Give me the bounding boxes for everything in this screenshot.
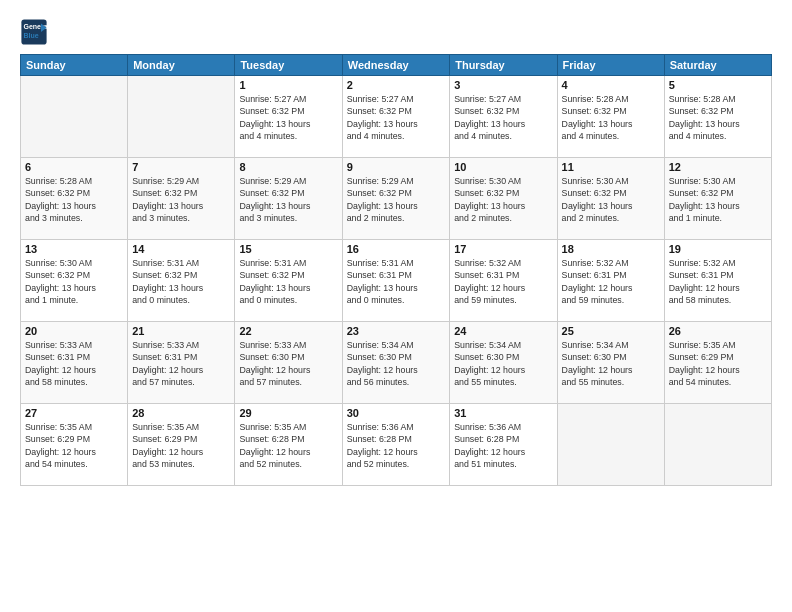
day-info: Sunrise: 5:29 AM Sunset: 6:32 PM Dayligh… <box>132 175 230 224</box>
column-header-tuesday: Tuesday <box>235 55 342 76</box>
day-info: Sunrise: 5:35 AM Sunset: 6:29 PM Dayligh… <box>132 421 230 470</box>
calendar-cell: 25Sunrise: 5:34 AM Sunset: 6:30 PM Dayli… <box>557 322 664 404</box>
calendar-cell: 8Sunrise: 5:29 AM Sunset: 6:32 PM Daylig… <box>235 158 342 240</box>
calendar-cell: 16Sunrise: 5:31 AM Sunset: 6:31 PM Dayli… <box>342 240 450 322</box>
header: General Blue <box>20 18 772 46</box>
day-info: Sunrise: 5:28 AM Sunset: 6:32 PM Dayligh… <box>25 175 123 224</box>
day-number: 8 <box>239 161 337 173</box>
calendar-cell: 23Sunrise: 5:34 AM Sunset: 6:30 PM Dayli… <box>342 322 450 404</box>
day-info: Sunrise: 5:32 AM Sunset: 6:31 PM Dayligh… <box>454 257 552 306</box>
calendar-cell: 29Sunrise: 5:35 AM Sunset: 6:28 PM Dayli… <box>235 404 342 486</box>
day-number: 7 <box>132 161 230 173</box>
day-info: Sunrise: 5:31 AM Sunset: 6:32 PM Dayligh… <box>239 257 337 306</box>
day-number: 9 <box>347 161 446 173</box>
calendar-cell: 6Sunrise: 5:28 AM Sunset: 6:32 PM Daylig… <box>21 158 128 240</box>
day-number: 2 <box>347 79 446 91</box>
day-info: Sunrise: 5:28 AM Sunset: 6:32 PM Dayligh… <box>562 93 660 142</box>
calendar-week-row: 6Sunrise: 5:28 AM Sunset: 6:32 PM Daylig… <box>21 158 772 240</box>
day-info: Sunrise: 5:30 AM Sunset: 6:32 PM Dayligh… <box>454 175 552 224</box>
column-header-saturday: Saturday <box>664 55 771 76</box>
day-number: 11 <box>562 161 660 173</box>
day-number: 15 <box>239 243 337 255</box>
day-number: 19 <box>669 243 767 255</box>
day-number: 20 <box>25 325 123 337</box>
day-number: 23 <box>347 325 446 337</box>
day-info: Sunrise: 5:27 AM Sunset: 6:32 PM Dayligh… <box>239 93 337 142</box>
svg-text:Blue: Blue <box>24 32 39 39</box>
calendar-cell: 2Sunrise: 5:27 AM Sunset: 6:32 PM Daylig… <box>342 76 450 158</box>
day-info: Sunrise: 5:33 AM Sunset: 6:30 PM Dayligh… <box>239 339 337 388</box>
calendar-cell: 13Sunrise: 5:30 AM Sunset: 6:32 PM Dayli… <box>21 240 128 322</box>
calendar-cell: 18Sunrise: 5:32 AM Sunset: 6:31 PM Dayli… <box>557 240 664 322</box>
day-info: Sunrise: 5:30 AM Sunset: 6:32 PM Dayligh… <box>669 175 767 224</box>
day-number: 24 <box>454 325 552 337</box>
calendar-cell: 31Sunrise: 5:36 AM Sunset: 6:28 PM Dayli… <box>450 404 557 486</box>
day-number: 3 <box>454 79 552 91</box>
column-header-monday: Monday <box>128 55 235 76</box>
calendar-cell: 26Sunrise: 5:35 AM Sunset: 6:29 PM Dayli… <box>664 322 771 404</box>
day-info: Sunrise: 5:34 AM Sunset: 6:30 PM Dayligh… <box>562 339 660 388</box>
calendar-cell: 5Sunrise: 5:28 AM Sunset: 6:32 PM Daylig… <box>664 76 771 158</box>
day-info: Sunrise: 5:29 AM Sunset: 6:32 PM Dayligh… <box>239 175 337 224</box>
calendar-cell: 14Sunrise: 5:31 AM Sunset: 6:32 PM Dayli… <box>128 240 235 322</box>
calendar-cell: 19Sunrise: 5:32 AM Sunset: 6:31 PM Dayli… <box>664 240 771 322</box>
calendar-cell: 4Sunrise: 5:28 AM Sunset: 6:32 PM Daylig… <box>557 76 664 158</box>
calendar-cell: 22Sunrise: 5:33 AM Sunset: 6:30 PM Dayli… <box>235 322 342 404</box>
day-number: 1 <box>239 79 337 91</box>
day-number: 13 <box>25 243 123 255</box>
day-info: Sunrise: 5:32 AM Sunset: 6:31 PM Dayligh… <box>669 257 767 306</box>
day-number: 26 <box>669 325 767 337</box>
calendar-cell <box>21 76 128 158</box>
calendar-cell: 27Sunrise: 5:35 AM Sunset: 6:29 PM Dayli… <box>21 404 128 486</box>
day-info: Sunrise: 5:35 AM Sunset: 6:29 PM Dayligh… <box>669 339 767 388</box>
day-info: Sunrise: 5:30 AM Sunset: 6:32 PM Dayligh… <box>25 257 123 306</box>
calendar-cell: 11Sunrise: 5:30 AM Sunset: 6:32 PM Dayli… <box>557 158 664 240</box>
day-info: Sunrise: 5:27 AM Sunset: 6:32 PM Dayligh… <box>347 93 446 142</box>
calendar-cell: 1Sunrise: 5:27 AM Sunset: 6:32 PM Daylig… <box>235 76 342 158</box>
day-info: Sunrise: 5:33 AM Sunset: 6:31 PM Dayligh… <box>132 339 230 388</box>
calendar-week-row: 27Sunrise: 5:35 AM Sunset: 6:29 PM Dayli… <box>21 404 772 486</box>
calendar-cell: 24Sunrise: 5:34 AM Sunset: 6:30 PM Dayli… <box>450 322 557 404</box>
day-number: 29 <box>239 407 337 419</box>
calendar-cell: 10Sunrise: 5:30 AM Sunset: 6:32 PM Dayli… <box>450 158 557 240</box>
calendar-cell <box>664 404 771 486</box>
day-info: Sunrise: 5:33 AM Sunset: 6:31 PM Dayligh… <box>25 339 123 388</box>
day-info: Sunrise: 5:29 AM Sunset: 6:32 PM Dayligh… <box>347 175 446 224</box>
day-number: 22 <box>239 325 337 337</box>
column-header-sunday: Sunday <box>21 55 128 76</box>
day-info: Sunrise: 5:28 AM Sunset: 6:32 PM Dayligh… <box>669 93 767 142</box>
day-number: 12 <box>669 161 767 173</box>
day-number: 27 <box>25 407 123 419</box>
day-number: 16 <box>347 243 446 255</box>
day-info: Sunrise: 5:36 AM Sunset: 6:28 PM Dayligh… <box>454 421 552 470</box>
calendar-week-row: 13Sunrise: 5:30 AM Sunset: 6:32 PM Dayli… <box>21 240 772 322</box>
calendar-page: General Blue SundayMondayTuesdayWednesda… <box>0 0 792 612</box>
day-info: Sunrise: 5:35 AM Sunset: 6:28 PM Dayligh… <box>239 421 337 470</box>
calendar-cell: 30Sunrise: 5:36 AM Sunset: 6:28 PM Dayli… <box>342 404 450 486</box>
day-number: 30 <box>347 407 446 419</box>
day-info: Sunrise: 5:31 AM Sunset: 6:32 PM Dayligh… <box>132 257 230 306</box>
calendar-cell <box>128 76 235 158</box>
day-number: 10 <box>454 161 552 173</box>
logo-icon: General Blue <box>20 18 48 46</box>
day-info: Sunrise: 5:30 AM Sunset: 6:32 PM Dayligh… <box>562 175 660 224</box>
calendar-cell: 17Sunrise: 5:32 AM Sunset: 6:31 PM Dayli… <box>450 240 557 322</box>
day-info: Sunrise: 5:34 AM Sunset: 6:30 PM Dayligh… <box>347 339 446 388</box>
calendar-cell: 12Sunrise: 5:30 AM Sunset: 6:32 PM Dayli… <box>664 158 771 240</box>
day-number: 31 <box>454 407 552 419</box>
day-number: 14 <box>132 243 230 255</box>
calendar-cell <box>557 404 664 486</box>
calendar-table: SundayMondayTuesdayWednesdayThursdayFrid… <box>20 54 772 486</box>
day-info: Sunrise: 5:34 AM Sunset: 6:30 PM Dayligh… <box>454 339 552 388</box>
day-number: 18 <box>562 243 660 255</box>
column-header-friday: Friday <box>557 55 664 76</box>
day-number: 4 <box>562 79 660 91</box>
logo: General Blue <box>20 18 50 46</box>
column-header-thursday: Thursday <box>450 55 557 76</box>
day-number: 21 <box>132 325 230 337</box>
calendar-cell: 3Sunrise: 5:27 AM Sunset: 6:32 PM Daylig… <box>450 76 557 158</box>
day-info: Sunrise: 5:31 AM Sunset: 6:31 PM Dayligh… <box>347 257 446 306</box>
calendar-week-row: 1Sunrise: 5:27 AM Sunset: 6:32 PM Daylig… <box>21 76 772 158</box>
day-info: Sunrise: 5:35 AM Sunset: 6:29 PM Dayligh… <box>25 421 123 470</box>
day-number: 5 <box>669 79 767 91</box>
